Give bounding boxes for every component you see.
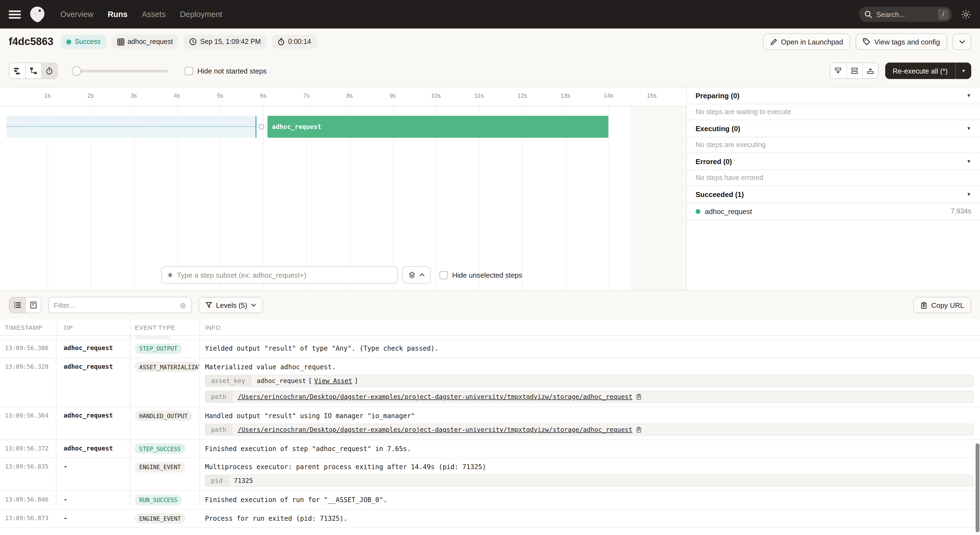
hamburger-menu-icon[interactable]	[9, 10, 21, 18]
hide-not-started-control[interactable]: Hide not started steps	[185, 67, 267, 75]
open-in-launchpad-button[interactable]: Open in Launchpad	[763, 34, 850, 50]
metadata-entry: path/Users/erincochran/Desktop/dagster-e…	[205, 423, 974, 435]
reexecute-all-button[interactable]: Re-execute all (*) ▾	[885, 62, 971, 79]
panel-empty-state: No steps are executing	[687, 137, 980, 153]
copy-url-button[interactable]: Copy URL	[913, 297, 971, 313]
gantt-chart: 1s2s3s4s5s6s7s8s9s10s11s12s13s14s15s adh…	[0, 87, 687, 290]
timer-view-icon	[46, 67, 53, 75]
gantt-section: 1s2s3s4s5s6s7s8s9s10s11s12s13s14s15s adh…	[0, 87, 980, 291]
raw-log-view-button[interactable]	[25, 297, 41, 313]
gantt-step-bar[interactable]: adhoc_request	[267, 116, 608, 138]
slider-thumb[interactable]	[72, 66, 81, 76]
panel-section-title: Succeeded (1)	[695, 190, 744, 198]
log-row[interactable]: 13:09:56.873-ENGINE_EVENTProcess for run…	[0, 509, 980, 528]
metadata-value-text: 71325	[234, 477, 253, 484]
log-op: adhoc_request	[56, 443, 130, 454]
log-row[interactable]: 13:09:56.372adhoc_requestSTEP_SUCCESSFin…	[0, 440, 980, 458]
panel-section-header[interactable]: Errored (0)▼	[687, 153, 980, 170]
gantt-timed-view-button[interactable]	[41, 63, 57, 78]
collapse-caret-icon[interactable]: ▼	[966, 93, 971, 98]
log-filter-input[interactable]	[54, 301, 176, 309]
reexecute-dropdown-caret[interactable]: ▾	[956, 68, 971, 73]
status-dot-icon	[67, 39, 72, 44]
run-actions-dropdown-button[interactable]	[953, 34, 971, 50]
dagster-logo-icon[interactable]	[29, 5, 46, 23]
post-run-shade	[630, 107, 686, 290]
event-type-badge[interactable]: ENGINE_EVENT	[135, 462, 185, 472]
gantt-zoom-slider[interactable]	[72, 63, 168, 78]
global-search[interactable]: Search... /	[859, 6, 952, 22]
log-timestamp: 13:09:56.306	[0, 343, 56, 354]
collapse-caret-icon[interactable]: ▼	[966, 158, 971, 164]
funnel-icon	[205, 302, 212, 308]
structured-log-view-button[interactable]	[9, 297, 25, 313]
axis-tick: 10s	[431, 92, 441, 99]
log-row[interactable]: 13:09:56.328adhoc_requestASSET_MATERIALI…	[0, 358, 980, 407]
log-timestamp: 13:09:56.835	[0, 462, 56, 487]
log-table-header: TIMESTAMP OP EVENT TYPE INFO	[0, 319, 980, 336]
nav-item-assets[interactable]: Assets	[142, 10, 165, 19]
op-selector-icon: ✳	[167, 271, 173, 279]
view-tags-config-button[interactable]: View tags and config	[856, 34, 947, 50]
hide-unselected-checkbox[interactable]	[439, 271, 448, 279]
step-subset-input[interactable]	[177, 271, 392, 279]
log-row[interactable]: 13:09:56.835-ENGINE_EVENTMultiprocess ex…	[0, 458, 980, 491]
panel-section-header[interactable]: Executing (0)▼	[687, 120, 980, 137]
collapse-down-button[interactable]	[830, 63, 846, 78]
gantt-gridline	[609, 107, 609, 290]
log-timestamp: 13:09:56.328	[0, 361, 56, 402]
gantt-flat-view-button[interactable]	[9, 63, 25, 78]
log-event-type-cell: ASSET_MATERIALIZAT…	[130, 361, 199, 402]
log-scrollbar-thumb[interactable]	[975, 443, 980, 532]
axis-tick: 11s	[474, 92, 484, 99]
view-asset-link[interactable]: View Asset	[314, 377, 352, 384]
event-type-badge[interactable]: HANDLED_OUTPUT	[135, 410, 192, 421]
hide-not-started-checkbox[interactable]	[185, 67, 193, 75]
nav-item-runs[interactable]: Runs	[108, 10, 128, 19]
axis-tick: 7s	[303, 92, 309, 99]
copy-path-icon[interactable]	[636, 393, 642, 400]
metadata-path-link[interactable]: /Users/erincochran/Desktop/dagster-examp…	[238, 393, 632, 400]
split-view-button[interactable]	[846, 63, 862, 78]
search-icon	[864, 10, 872, 18]
metadata-path-link[interactable]: /Users/erincochran/Desktop/dagster-examp…	[238, 426, 632, 433]
panel-section-header[interactable]: Preparing (0)▼	[687, 87, 980, 104]
hide-unselected-control[interactable]: Hide unselected steps	[439, 271, 522, 279]
log-timestamp: 13:09:56.873	[0, 513, 56, 524]
levels-filter-button[interactable]: Levels (5)	[199, 297, 263, 313]
event-type-badge[interactable]: STEP_SUCCESS	[135, 443, 185, 454]
collapse-up-button[interactable]	[862, 63, 878, 78]
gantt-toolbar: Hide not started steps Re-execute all (*…	[0, 55, 980, 87]
log-row[interactable]: 13:09:56.306adhoc_requestSTEP_OUTPUTYiel…	[0, 340, 980, 358]
event-type-badge[interactable]: STEP_OUTPUT	[135, 343, 182, 354]
column-divider	[130, 319, 130, 506]
job-chip[interactable]: adhoc_request	[111, 35, 178, 49]
axis-tick: 5s	[217, 92, 223, 99]
event-type-badge[interactable]: ENGINE_EVENT	[135, 513, 185, 524]
event-type-badge[interactable]: RUN_SUCCESS	[135, 495, 182, 505]
panel-step-item[interactable]: adhoc_request7.934s	[687, 203, 980, 220]
log-row[interactable]: 13:09:56.846-RUN_SUCCESSFinished executi…	[0, 491, 980, 509]
event-type-badge[interactable]: ASSET_MATERIALIZAT…	[135, 362, 199, 372]
search-shortcut-key: /	[938, 9, 949, 20]
nav-item-deployment[interactable]: Deployment	[180, 10, 222, 19]
gantt-waterfall-view-button[interactable]	[25, 63, 41, 78]
collapse-caret-icon[interactable]: ▼	[966, 126, 971, 131]
log-row[interactable]: 13:09:56.364adhoc_requestHANDLED_OUTPUTH…	[0, 407, 980, 440]
graph-query-toggle-button[interactable]	[402, 266, 431, 284]
start-time-chip: Sep 15, 1:09:42 PM	[184, 35, 266, 49]
nav-item-overview[interactable]: Overview	[60, 10, 94, 19]
clear-filter-icon[interactable]: ⊗	[180, 301, 186, 309]
log-info-text: Materialized value adhoc_request.	[205, 361, 980, 371]
copy-path-icon[interactable]	[636, 426, 642, 433]
top-nav: OverviewRunsAssetsDeployment Search... /	[0, 0, 980, 29]
log-rows: 13:09:56.306adhoc_requestSTEP_OUTPUTYiel…	[0, 340, 980, 528]
log-view-mode-group	[9, 297, 41, 313]
settings-gear-icon[interactable]	[961, 9, 971, 19]
panel-section-header[interactable]: Succeeded (1)▼	[687, 186, 980, 203]
list-view-icon	[13, 301, 21, 309]
slider-track[interactable]	[72, 70, 168, 72]
log-info-text: Yielded output "result" of type "Any". (…	[205, 343, 980, 352]
column-divider	[56, 319, 56, 506]
collapse-caret-icon[interactable]: ▼	[966, 192, 971, 197]
